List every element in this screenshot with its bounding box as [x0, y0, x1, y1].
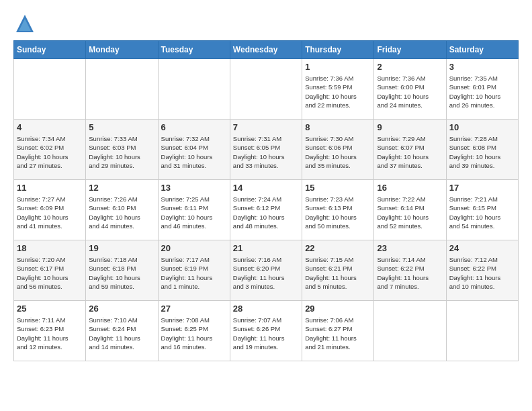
day-info: Sunrise: 7:08 AM Sunset: 6:25 PM Dayligh…	[161, 316, 227, 351]
day-cell	[374, 301, 446, 361]
day-number: 9	[377, 122, 443, 132]
day-cell	[86, 59, 158, 120]
day-cell: 14Sunrise: 7:24 AM Sunset: 6:12 PM Dayli…	[230, 180, 302, 240]
day-number: 10	[449, 122, 515, 132]
day-info: Sunrise: 7:07 AM Sunset: 6:26 PM Dayligh…	[233, 316, 299, 351]
day-cell: 5Sunrise: 7:33 AM Sunset: 6:03 PM Daylig…	[86, 120, 158, 180]
day-number: 26	[89, 304, 154, 314]
header-monday: Monday	[86, 41, 158, 59]
day-info: Sunrise: 7:27 AM Sunset: 6:09 PM Dayligh…	[17, 195, 83, 230]
day-info: Sunrise: 7:26 AM Sunset: 6:10 PM Dayligh…	[89, 195, 154, 230]
header-wednesday: Wednesday	[230, 41, 302, 59]
day-info: Sunrise: 7:35 AM Sunset: 6:01 PM Dayligh…	[449, 74, 515, 109]
day-cell: 23Sunrise: 7:14 AM Sunset: 6:22 PM Dayli…	[374, 240, 446, 301]
week-row-2: 4Sunrise: 7:34 AM Sunset: 6:02 PM Daylig…	[14, 120, 519, 180]
day-info: Sunrise: 7:29 AM Sunset: 6:07 PM Dayligh…	[377, 134, 443, 170]
day-info: Sunrise: 7:14 AM Sunset: 6:22 PM Dayligh…	[377, 255, 443, 291]
day-cell: 9Sunrise: 7:29 AM Sunset: 6:07 PM Daylig…	[374, 120, 446, 180]
day-cell: 16Sunrise: 7:22 AM Sunset: 6:14 PM Dayli…	[374, 180, 446, 240]
day-number: 29	[305, 304, 371, 314]
day-info: Sunrise: 7:36 AM Sunset: 5:59 PM Dayligh…	[305, 74, 371, 109]
header-sunday: Sunday	[14, 41, 86, 59]
day-cell: 27Sunrise: 7:08 AM Sunset: 6:25 PM Dayli…	[158, 301, 230, 361]
day-number: 7	[233, 122, 299, 132]
day-cell: 11Sunrise: 7:27 AM Sunset: 6:09 PM Dayli…	[14, 180, 86, 240]
day-cell: 20Sunrise: 7:17 AM Sunset: 6:19 PM Dayli…	[158, 240, 230, 301]
calendar-table: SundayMondayTuesdayWednesdayThursdayFrid…	[13, 40, 519, 361]
page-header	[13, 13, 519, 34]
day-cell: 15Sunrise: 7:23 AM Sunset: 6:13 PM Dayli…	[302, 180, 374, 240]
day-info: Sunrise: 7:30 AM Sunset: 6:06 PM Dayligh…	[305, 134, 371, 170]
day-info: Sunrise: 7:28 AM Sunset: 6:08 PM Dayligh…	[449, 134, 515, 170]
day-number: 11	[17, 183, 83, 193]
day-cell: 6Sunrise: 7:32 AM Sunset: 6:04 PM Daylig…	[158, 120, 230, 180]
day-info: Sunrise: 7:10 AM Sunset: 6:24 PM Dayligh…	[89, 316, 154, 351]
day-info: Sunrise: 7:34 AM Sunset: 6:02 PM Dayligh…	[17, 134, 83, 170]
day-info: Sunrise: 7:11 AM Sunset: 6:23 PM Dayligh…	[17, 316, 83, 351]
day-info: Sunrise: 7:21 AM Sunset: 6:15 PM Dayligh…	[449, 195, 515, 230]
day-number: 15	[305, 183, 371, 193]
logo-icon	[15, 13, 35, 34]
day-info: Sunrise: 7:24 AM Sunset: 6:12 PM Dayligh…	[233, 195, 299, 230]
day-cell: 21Sunrise: 7:16 AM Sunset: 6:20 PM Dayli…	[230, 240, 302, 301]
day-number: 25	[17, 304, 83, 314]
day-cell: 10Sunrise: 7:28 AM Sunset: 6:08 PM Dayli…	[446, 120, 518, 180]
day-info: Sunrise: 7:32 AM Sunset: 6:04 PM Dayligh…	[161, 134, 227, 170]
day-number: 21	[233, 243, 299, 253]
day-info: Sunrise: 7:33 AM Sunset: 6:03 PM Dayligh…	[89, 134, 154, 170]
day-number: 17	[449, 183, 515, 193]
day-number: 22	[305, 243, 371, 253]
day-number: 16	[377, 183, 443, 193]
day-number: 20	[161, 243, 227, 253]
week-row-4: 18Sunrise: 7:20 AM Sunset: 6:17 PM Dayli…	[14, 240, 519, 301]
week-row-1: 1Sunrise: 7:36 AM Sunset: 5:59 PM Daylig…	[14, 59, 519, 120]
day-number: 1	[305, 62, 371, 72]
day-number: 12	[89, 183, 154, 193]
week-row-3: 11Sunrise: 7:27 AM Sunset: 6:09 PM Dayli…	[14, 180, 519, 240]
day-info: Sunrise: 7:25 AM Sunset: 6:11 PM Dayligh…	[161, 195, 227, 230]
day-info: Sunrise: 7:18 AM Sunset: 6:18 PM Dayligh…	[89, 255, 154, 291]
day-info: Sunrise: 7:16 AM Sunset: 6:20 PM Dayligh…	[233, 255, 299, 291]
day-number: 3	[449, 62, 515, 72]
header-thursday: Thursday	[302, 41, 374, 59]
day-number: 14	[233, 183, 299, 193]
day-info: Sunrise: 7:12 AM Sunset: 6:22 PM Dayligh…	[449, 255, 515, 291]
header-tuesday: Tuesday	[158, 41, 230, 59]
day-number: 23	[377, 243, 443, 253]
day-info: Sunrise: 7:23 AM Sunset: 6:13 PM Dayligh…	[305, 195, 371, 230]
day-cell: 18Sunrise: 7:20 AM Sunset: 6:17 PM Dayli…	[14, 240, 86, 301]
day-cell: 19Sunrise: 7:18 AM Sunset: 6:18 PM Dayli…	[86, 240, 158, 301]
day-cell: 22Sunrise: 7:15 AM Sunset: 6:21 PM Dayli…	[302, 240, 374, 301]
day-cell: 8Sunrise: 7:30 AM Sunset: 6:06 PM Daylig…	[302, 120, 374, 180]
header-saturday: Saturday	[446, 41, 518, 59]
day-cell: 12Sunrise: 7:26 AM Sunset: 6:10 PM Dayli…	[86, 180, 158, 240]
logo-text	[13, 13, 35, 34]
day-cell	[230, 59, 302, 120]
day-number: 13	[161, 183, 227, 193]
day-cell: 1Sunrise: 7:36 AM Sunset: 5:59 PM Daylig…	[302, 59, 374, 120]
day-info: Sunrise: 7:15 AM Sunset: 6:21 PM Dayligh…	[305, 255, 371, 291]
day-info: Sunrise: 7:31 AM Sunset: 6:05 PM Dayligh…	[233, 134, 299, 170]
day-info: Sunrise: 7:36 AM Sunset: 6:00 PM Dayligh…	[377, 74, 443, 109]
day-cell: 3Sunrise: 7:35 AM Sunset: 6:01 PM Daylig…	[446, 59, 518, 120]
day-number: 24	[449, 243, 515, 253]
day-number: 6	[161, 122, 227, 132]
day-cell: 2Sunrise: 7:36 AM Sunset: 6:00 PM Daylig…	[374, 59, 446, 120]
day-cell	[158, 59, 230, 120]
day-cell: 25Sunrise: 7:11 AM Sunset: 6:23 PM Dayli…	[14, 301, 86, 361]
week-row-5: 25Sunrise: 7:11 AM Sunset: 6:23 PM Dayli…	[14, 301, 519, 361]
logo	[13, 13, 35, 34]
day-cell: 7Sunrise: 7:31 AM Sunset: 6:05 PM Daylig…	[230, 120, 302, 180]
day-cell: 13Sunrise: 7:25 AM Sunset: 6:11 PM Dayli…	[158, 180, 230, 240]
day-info: Sunrise: 7:17 AM Sunset: 6:19 PM Dayligh…	[161, 255, 227, 291]
day-cell: 24Sunrise: 7:12 AM Sunset: 6:22 PM Dayli…	[446, 240, 518, 301]
day-cell: 29Sunrise: 7:06 AM Sunset: 6:27 PM Dayli…	[302, 301, 374, 361]
day-cell: 26Sunrise: 7:10 AM Sunset: 6:24 PM Dayli…	[86, 301, 158, 361]
day-cell: 28Sunrise: 7:07 AM Sunset: 6:26 PM Dayli…	[230, 301, 302, 361]
day-info: Sunrise: 7:22 AM Sunset: 6:14 PM Dayligh…	[377, 195, 443, 230]
day-number: 18	[17, 243, 83, 253]
day-info: Sunrise: 7:06 AM Sunset: 6:27 PM Dayligh…	[305, 316, 371, 351]
day-cell	[446, 301, 518, 361]
day-number: 28	[233, 304, 299, 314]
day-number: 2	[377, 62, 443, 72]
